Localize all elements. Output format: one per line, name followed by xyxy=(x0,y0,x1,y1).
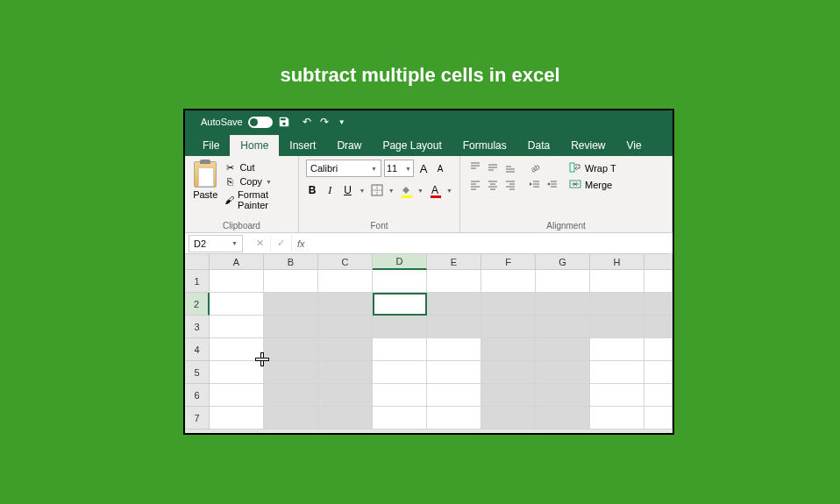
cell-G1[interactable] xyxy=(536,270,590,293)
tab-page-layout[interactable]: Page Layout xyxy=(372,135,452,156)
paste-button[interactable]: Paste xyxy=(192,160,218,210)
row-header-4[interactable]: 4 xyxy=(185,338,210,361)
cell-H6[interactable] xyxy=(590,384,644,407)
row-header-7[interactable]: 7 xyxy=(185,407,210,429)
cell-A6[interactable] xyxy=(210,384,264,407)
cell-E4[interactable] xyxy=(427,338,481,361)
cell-E3[interactable] xyxy=(427,316,481,338)
column-header-E[interactable]: E xyxy=(427,254,481,270)
row-header-1[interactable]: 1 xyxy=(185,270,210,293)
cell-G3[interactable] xyxy=(536,316,590,338)
cell-D6[interactable] xyxy=(373,384,427,407)
cell-C2[interactable] xyxy=(318,293,373,316)
italic-button[interactable]: I xyxy=(324,182,336,198)
align-middle-button[interactable] xyxy=(485,160,501,175)
font-color-button[interactable]: A xyxy=(429,182,441,198)
cell-A4[interactable] xyxy=(210,338,264,361)
cell-A7[interactable] xyxy=(210,407,264,429)
tab-draw[interactable]: Draw xyxy=(326,135,372,156)
underline-button[interactable]: U xyxy=(341,182,353,198)
cell-overflow-1[interactable] xyxy=(644,270,673,293)
cell-G6[interactable] xyxy=(536,384,590,407)
undo-icon[interactable]: ↶ xyxy=(301,116,313,128)
cell-E6[interactable] xyxy=(427,384,481,407)
cell-overflow-7[interactable] xyxy=(644,407,673,429)
cell-G7[interactable] xyxy=(536,407,590,429)
cell-H3[interactable] xyxy=(590,316,644,338)
cell-D2[interactable] xyxy=(373,293,427,316)
cell-H7[interactable] xyxy=(590,407,644,429)
cell-A2[interactable] xyxy=(210,293,264,316)
enter-formula-button[interactable]: ✓ xyxy=(271,235,292,252)
row-header-2[interactable]: 2 xyxy=(185,293,210,316)
cell-A5[interactable] xyxy=(210,361,264,384)
cell-overflow-2[interactable] xyxy=(644,293,673,316)
format-painter-button[interactable]: 🖌 Format Painter xyxy=(224,189,291,210)
cell-B4[interactable] xyxy=(264,338,318,361)
cell-D5[interactable] xyxy=(373,361,427,384)
font-name-select[interactable]: Calibri ▼ xyxy=(306,160,381,177)
cell-B6[interactable] xyxy=(264,384,318,407)
tab-review[interactable]: Review xyxy=(560,135,616,156)
bold-button[interactable]: B xyxy=(306,182,318,198)
copy-button[interactable]: ⎘ Copy ▼ xyxy=(224,175,291,188)
cell-C4[interactable] xyxy=(318,338,373,361)
chevron-down-icon[interactable]: ▼ xyxy=(359,188,366,194)
align-left-button[interactable] xyxy=(467,177,483,193)
cell-E5[interactable] xyxy=(427,361,481,384)
align-bottom-button[interactable] xyxy=(502,160,518,175)
decrease-indent-button[interactable] xyxy=(527,177,543,193)
chevron-down-icon[interactable]: ▼ xyxy=(388,188,395,194)
autosave-toggle[interactable] xyxy=(248,117,273,128)
tab-view[interactable]: Vie xyxy=(616,135,652,156)
tab-home[interactable]: Home xyxy=(230,135,279,156)
row-header-5[interactable]: 5 xyxy=(185,361,210,384)
column-header-C[interactable]: C xyxy=(318,254,373,270)
cell-G4[interactable] xyxy=(536,338,590,361)
column-header-B[interactable]: B xyxy=(264,254,318,270)
cell-B3[interactable] xyxy=(264,316,318,338)
cell-A1[interactable] xyxy=(210,270,264,293)
cell-overflow-5[interactable] xyxy=(644,361,673,384)
column-header-D[interactable]: D xyxy=(373,254,427,270)
cell-D3[interactable] xyxy=(373,316,427,338)
increase-font-button[interactable]: A xyxy=(416,161,431,175)
align-right-button[interactable] xyxy=(502,177,518,193)
cell-D4[interactable] xyxy=(373,338,427,361)
cell-F2[interactable] xyxy=(481,293,536,316)
borders-button[interactable] xyxy=(371,182,383,198)
chevron-down-icon[interactable]: ▼ xyxy=(446,188,452,194)
cell-C6[interactable] xyxy=(318,384,373,407)
cell-B5[interactable] xyxy=(264,361,318,384)
cell-H2[interactable] xyxy=(590,293,644,316)
cell-H1[interactable] xyxy=(590,270,644,293)
cell-G5[interactable] xyxy=(536,361,590,384)
tab-file[interactable]: File xyxy=(192,135,230,156)
column-header-overflow[interactable] xyxy=(644,254,673,270)
wrap-text-button[interactable]: Wrap T xyxy=(569,161,616,175)
customize-qat-icon[interactable]: ▼ xyxy=(336,116,348,128)
cell-C1[interactable] xyxy=(318,270,373,293)
orientation-button[interactable]: ab xyxy=(527,160,543,175)
redo-icon[interactable]: ↷ xyxy=(318,116,331,128)
cell-F7[interactable] xyxy=(481,407,536,429)
decrease-font-button[interactable]: A xyxy=(433,161,447,175)
cell-overflow-6[interactable] xyxy=(644,384,673,407)
cell-F1[interactable] xyxy=(481,270,536,293)
cell-E7[interactable] xyxy=(427,407,481,429)
fill-color-button[interactable] xyxy=(400,182,412,198)
column-header-H[interactable]: H xyxy=(590,254,644,270)
tab-data[interactable]: Data xyxy=(517,135,560,156)
row-header-6[interactable]: 6 xyxy=(185,384,210,407)
tab-formulas[interactable]: Formulas xyxy=(452,135,517,156)
cell-F4[interactable] xyxy=(481,338,536,361)
cell-H4[interactable] xyxy=(590,338,644,361)
cell-D7[interactable] xyxy=(373,407,427,429)
cancel-formula-button[interactable]: ✕ xyxy=(250,235,271,252)
name-box[interactable]: D2 ▼ xyxy=(189,235,243,252)
cell-E2[interactable] xyxy=(427,293,481,316)
cell-F5[interactable] xyxy=(481,361,536,384)
merge-button[interactable]: Merge xyxy=(569,178,616,192)
cut-button[interactable]: ✂ Cut xyxy=(224,161,291,174)
cell-B1[interactable] xyxy=(264,270,318,293)
